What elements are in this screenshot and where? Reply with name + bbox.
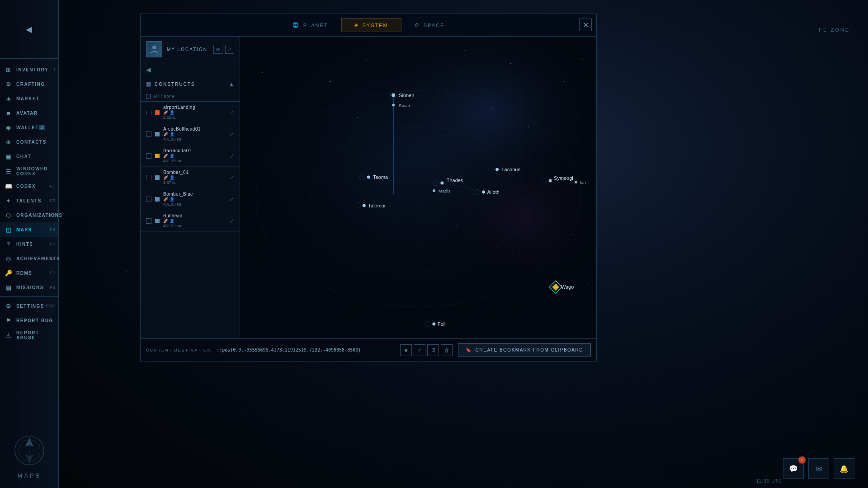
sidebar-label-maps: MAPS [16, 227, 32, 232]
sidebar-item-wallet[interactable]: ◉ WALLET 0 [0, 120, 58, 135]
mail-notif-btn[interactable]: ✉ [808, 458, 829, 479]
construct-expand-bullhead[interactable]: ⤢ [230, 218, 234, 224]
constructs-filter[interactable]: All / none [141, 91, 240, 102]
sidebar-item-avatar[interactable]: ☻ AVATAR [0, 106, 58, 120]
constructs-header[interactable]: ▦ CONSTRUCTS ▲ [141, 77, 240, 91]
svg-text:Madis: Madis [439, 188, 451, 193]
panel-back-button[interactable]: ◀ [141, 62, 240, 77]
wallet-icon: ◉ [5, 123, 13, 131]
sidebar-item-inventory[interactable]: ⊞ INVENTORY I [0, 62, 58, 77]
svg-point-31 [547, 54, 547, 55]
sidebar-item-organizations[interactable]: ⬡ ORGANIZATIONS F3 [0, 208, 58, 222]
sidebar-label-wallet: WALLET [16, 125, 39, 130]
construct-expand-arcticbullhead[interactable]: ⤢ [230, 131, 234, 137]
construct-checkbox-bomberblue[interactable] [146, 197, 151, 202]
construct-item-bomberblue[interactable]: Bomber_Blue 🚀 👤 481.18 su ⤢ [141, 188, 240, 210]
sidebar-item-rdms[interactable]: 🔑 RDMS F7 [0, 266, 58, 280]
rdms-shortcut: F7 [50, 271, 56, 275]
construct-info-bomberblue: Bomber_Blue 🚀 👤 481.18 su [163, 192, 226, 206]
tab-space[interactable]: ⚙ SPACE [401, 18, 458, 32]
bottom-btn-copy[interactable]: ⊞ [427, 344, 439, 356]
sidebar-item-back[interactable]: ◀ [26, 22, 33, 37]
sidebar-label-rdms: RDMS [16, 271, 32, 276]
sidebar-item-crafting[interactable]: ⚙ CRAFTING [0, 77, 58, 91]
construct-expand-barracuda[interactable]: ⤢ [230, 153, 234, 159]
sidebar-top: ◀ [0, 0, 58, 59]
my-location-bar: MY LOCATION ⊞ ⤢ [141, 37, 240, 62]
tab-planet[interactable]: 🌐 PLANET [279, 18, 341, 32]
map-header: 🌐 PLANET ◈ SYSTEM ⚙ SPACE ✕ [141, 14, 596, 37]
location-expand-btn[interactable]: ⤢ [225, 45, 234, 54]
sidebar-item-talents[interactable]: ✦ TALENTS F2 [0, 193, 58, 208]
avatar-icon-svg [149, 44, 160, 55]
construct-item-arcticbullhead[interactable]: ArcticBullhead01 🚀 👤 481.18 su ⤢ [141, 123, 240, 145]
sidebar-label-codex: CODEX [16, 184, 36, 189]
sidebar-item-contacts[interactable]: ⊕ CONTACTS [0, 135, 58, 149]
current-destination-value: ::pos{0,0,-95556696.4173,11912519.7232,-… [217, 347, 395, 352]
construct-item-barracuda[interactable]: Barracuda01 🚀 👤 481.18 su ⤢ [141, 145, 240, 167]
system-map-svg: Sinnen Sicari Lacobus Teoma [240, 37, 596, 338]
inventory-icon: ⊞ [5, 66, 13, 74]
missions-icon: ▤ [5, 283, 13, 291]
construct-color-barracuda [155, 154, 160, 158]
svg-point-27 [366, 59, 367, 60]
bottom-btn-delete[interactable]: 🗑 [441, 344, 453, 356]
create-bookmark-label: CREATE BOOKMARK FROM CLIPBOARD [476, 347, 583, 352]
sidebar-item-chat[interactable]: ▣ CHAT [0, 149, 58, 164]
construct-item-airport[interactable]: airportLanding 🚀 👤 2.22 su ⤢ [141, 102, 240, 123]
location-copy-btn[interactable]: ⊞ [213, 45, 222, 54]
constructs-filter-label: All / none [153, 94, 175, 99]
svg-point-87 [555, 286, 557, 288]
sidebar-label-market: MARKET [16, 96, 40, 101]
tab-system[interactable]: ◈ SYSTEM [341, 18, 401, 32]
svg-point-28 [420, 72, 420, 73]
construct-checkbox-bomber01[interactable] [146, 175, 151, 180]
construct-info-airport: airportLanding 🚀 👤 2.22 su [163, 105, 226, 120]
construct-checkbox-bullhead[interactable] [146, 218, 151, 224]
settings-icon: ⚙ [5, 302, 13, 310]
construct-item-bullhead[interactable]: Bullhead 🚀 👤 451.99 su ⤢ [141, 210, 240, 232]
svg-point-63 [495, 168, 499, 171]
svg-point-38 [492, 108, 493, 109]
construct-item-bomber01[interactable]: Bomber_01 🚀 👤 3.37 su ⤢ [141, 167, 240, 188]
construct-expand-bomber01[interactable]: ⤢ [230, 174, 234, 181]
construct-name-airport: airportLanding [163, 105, 226, 110]
sidebar-item-hints[interactable]: ? HINTS F5 [0, 237, 58, 251]
missions-shortcut: F8 [50, 285, 56, 290]
map-close-button[interactable]: ✕ [579, 19, 592, 31]
space-map[interactable]: Sinnen Sicari Lacobus Teoma [240, 37, 596, 338]
sidebar-label-avatar: AVATAR [16, 111, 38, 116]
create-bookmark-button[interactable]: 🔖 CREATE BOOKMARK FROM CLIPBOARD [458, 343, 591, 357]
sidebar-item-missions[interactable]: ▤ MISSIONS F8 [0, 280, 58, 295]
svg-point-61 [392, 104, 395, 107]
construct-checkbox-barracuda[interactable] [146, 153, 151, 159]
construct-checkbox-airport[interactable] [146, 110, 151, 115]
svg-text:Sinnen: Sinnen [399, 93, 414, 98]
sidebar-item-report-bug[interactable]: ⚑ REPORT BUG [0, 313, 58, 328]
bottom-btn-expand[interactable]: ⤢ [414, 344, 425, 356]
sidebar-item-market[interactable]: ◈ MARKET [0, 91, 58, 106]
sidebar-item-maps[interactable]: ◫ MAPS F4 [0, 222, 58, 237]
sidebar-label-report-abuse: REPORT ABUSE [16, 330, 54, 340]
sidebar-label-crafting: CRAFTING [16, 82, 45, 87]
filter-checkbox[interactable] [146, 94, 151, 99]
sidebar-item-achievements[interactable]: ◎ ACHIEVEMENTS F6 [0, 251, 58, 266]
chat-notif-btn[interactable]: 💬 1 [783, 458, 804, 479]
construct-expand-airport[interactable]: ⤢ [230, 109, 234, 116]
construct-name-bullhead: Bullhead [163, 213, 226, 218]
sidebar-item-windowed-codex[interactable]: ☰ WINDOWED CODEX [0, 164, 58, 179]
svg-text:Teoma: Teoma [373, 174, 388, 180]
construct-checkbox-arcticbullhead[interactable] [146, 131, 151, 137]
chat-icon: ▣ [5, 152, 13, 160]
sidebar-item-settings[interactable]: ⚙ SETTINGS ESC [0, 299, 58, 313]
logo-svg [11, 432, 47, 469]
bottom-btn-stop[interactable]: ■ [400, 344, 412, 356]
sidebar-item-report-abuse[interactable]: ⚠ REPORT ABUSE [0, 328, 58, 343]
location-avatar [146, 41, 162, 57]
construct-expand-bomberblue[interactable]: ⤢ [230, 196, 234, 202]
alert-notif-btn[interactable]: 🔔 [834, 458, 854, 479]
sidebar-divider [0, 296, 58, 297]
sidebar-label-report-bug: REPORT BUG [16, 318, 53, 323]
sidebar-item-codex[interactable]: 📖 CODEX F1 [0, 179, 58, 193]
wallet-badge: 0 [39, 125, 45, 130]
